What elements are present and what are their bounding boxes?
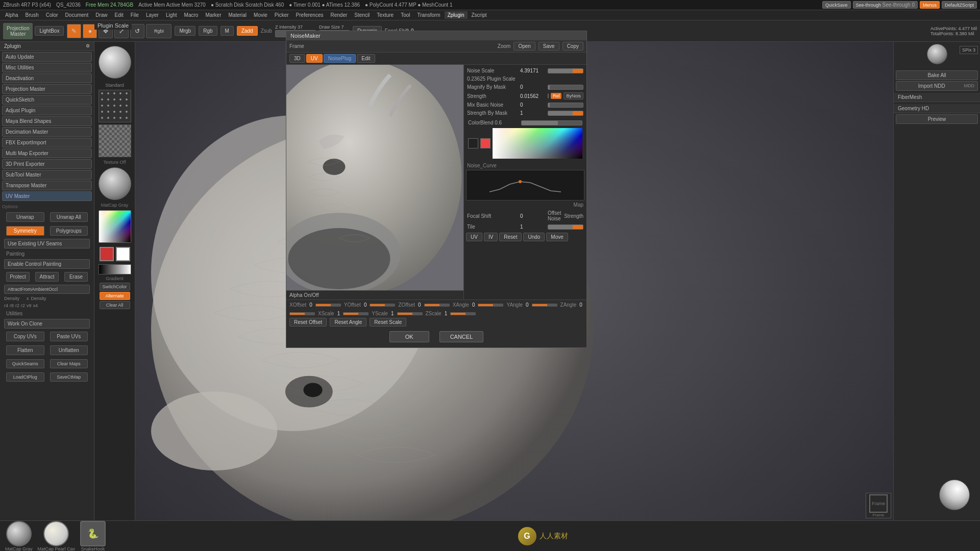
mat2-thumb[interactable] [43,521,69,546]
default-script-btn[interactable]: DefaultZScript [942,1,977,9]
flatten-btn[interactable]: Flatten [6,345,44,355]
switch-color-btn[interactable]: SwitchColor [100,283,130,291]
zangle-bar[interactable] [289,312,315,315]
menu-item-marker[interactable]: Marker [202,11,224,19]
yscale-bar[interactable] [397,312,423,315]
menu-item-stencil[interactable]: Stencil [351,11,373,19]
uv-ctrl-btn[interactable]: UV [466,233,482,241]
color-swatch-dark[interactable] [468,138,478,148]
rgb-intensity-btn[interactable]: RgbI [146,24,172,38]
lightbox-btn[interactable]: LightBox [35,26,64,36]
misc-utilities-btn[interactable]: Misc Utilities [2,63,92,72]
subtool-master-btn[interactable]: SubTool Master [2,170,92,180]
menu-item-macro[interactable]: Macro [181,11,202,19]
copy-uvs-btn[interactable]: Copy UVs [6,332,44,341]
frame-indicator[interactable]: Frame Frame [866,493,891,518]
edit-tool-btn[interactable]: ✎ [67,24,81,38]
tile-bar[interactable] [548,224,583,230]
paste-uvs-btn[interactable]: Paste UVs [50,332,88,341]
menu-item-alpha[interactable]: Alpha [2,11,21,19]
noise-curve-box[interactable] [466,170,584,201]
tab-edit-btn[interactable]: Edit [357,54,375,63]
load-ct-plug-btn[interactable]: LoadCtPlug [6,372,44,382]
projection-master-sidebar-btn[interactable]: Projection Master [2,84,92,94]
attract-from-ambient-occ-btn[interactable]: AttractFromAmbientOccl [4,285,90,294]
polygroups-btn[interactable]: Polygroups [50,226,88,236]
see-through-btn[interactable]: See-through See-through 0 [853,1,918,9]
menu-item-draw[interactable]: Draw [92,11,110,19]
fbx-exportimport-btn[interactable]: FBX ExportImport [2,138,92,147]
color-swatch-red[interactable] [480,138,491,148]
menu-item-document[interactable]: Document [62,11,92,19]
menu-item-color[interactable]: Color [43,11,61,19]
quicksketch-btn[interactable]: QuickSketch [2,95,92,105]
menu-item-render[interactable]: Render [328,11,351,19]
zadd-btn[interactable]: Zadd [237,26,258,36]
symmetry-btn[interactable]: Symmetry [6,226,44,236]
gradient-bar[interactable] [99,264,131,274]
menu-item-tool[interactable]: Tool [398,11,413,19]
spi-thumb[interactable] [927,44,947,64]
mrgb-btn[interactable]: Mrgb [175,26,195,36]
tab-uv-btn[interactable]: UV [306,54,323,63]
menu-item-zplugin[interactable]: Zplugin [445,11,468,19]
menu-item-movie[interactable]: Movie [251,11,271,19]
adjust-plugin-btn[interactable]: Adjust Plugin [2,106,92,115]
multi-map-exporter-btn[interactable]: Multi Map Exporter [2,148,92,158]
erase-btn[interactable]: Erase [64,272,88,282]
xscale-bar[interactable] [343,312,369,315]
mat1-thumb[interactable] [6,521,32,546]
checker-material-preview[interactable] [99,124,131,157]
dots-material-preview[interactable] [99,90,131,122]
save-btn[interactable]: Save [538,42,559,51]
uv-master-btn[interactable]: UV Master [2,191,92,201]
inv-btn[interactable]: IV [484,233,498,241]
menu-item-brush[interactable]: Brush [22,11,42,19]
menu-item-light[interactable]: Light [163,11,180,19]
import-ndd-btn[interactable]: Import NDD MDD [896,81,978,91]
tab-noiseplug-btn[interactable]: NoisePlug [324,54,356,63]
attract-btn[interactable]: Attract [35,272,59,282]
zscale-bar[interactable] [450,312,476,315]
cancel-btn[interactable]: CANCEL [439,331,484,342]
deactivation-btn[interactable]: Deactivation [2,73,92,83]
tab-3d-btn[interactable]: 3D [289,54,305,63]
reset-scale-btn[interactable]: Reset Scale [370,318,406,327]
menu-item-preferences[interactable]: Preferences [293,11,327,19]
noise-scale-bar[interactable] [548,68,583,73]
menu-item-layer[interactable]: Layer [143,11,162,19]
zplugin-header[interactable]: Zplugin ⚙ [0,42,94,51]
yoffset-bar[interactable] [370,304,395,307]
bake-all-btn[interactable]: Bake All [896,70,978,80]
colorblend-bar[interactable] [521,120,582,126]
save-ct-map-btn[interactable]: SaveCtMap [50,372,88,382]
undo-btn[interactable]: Undo [523,233,545,241]
protect-btn[interactable]: Protect [6,272,30,282]
quick-seams-btn[interactable]: QuickSeams [6,359,44,368]
xoffset-bar[interactable] [315,304,341,307]
clear-maps-btn[interactable]: Clear Maps [50,359,88,368]
by-noise-btn[interactable]: ByNois [564,92,583,99]
use-existing-uv-seams-btn[interactable]: Use Existing UV Seams [4,239,90,248]
menu-item-edit[interactable]: Edit [112,11,127,19]
foreground-color[interactable] [100,247,114,261]
menu-item-transform[interactable]: Transform [414,11,443,19]
unwrap-all-btn[interactable]: Unwrap All [50,212,88,222]
3d-print-exporter-btn[interactable]: 3D Print Exporter [2,159,92,169]
menu-item-picker[interactable]: Picker [272,11,292,19]
m-btn[interactable]: M [220,26,234,36]
menu-item-zscript[interactable]: Zscript [469,11,490,19]
xangle-bar[interactable] [478,304,503,307]
strength-by-mask-bar[interactable] [548,111,583,116]
menu-item-material[interactable]: Material [226,11,250,19]
unwrap-btn[interactable]: Unwrap [6,212,44,222]
projection-master-btn[interactable]: ProjectionMaster [3,23,33,39]
reset-offset-btn[interactable]: Reset Offset [289,318,327,327]
menu-item-file[interactable]: File [128,11,142,19]
zoffset-bar[interactable] [424,304,450,307]
reset-angle-btn[interactable]: Reset Angle [330,318,366,327]
clear-all-btn[interactable]: Clear All [100,301,130,309]
reset-btn[interactable]: Reset [499,233,522,241]
open-btn[interactable]: Open [513,42,535,51]
standard-material-preview[interactable] [99,46,131,79]
